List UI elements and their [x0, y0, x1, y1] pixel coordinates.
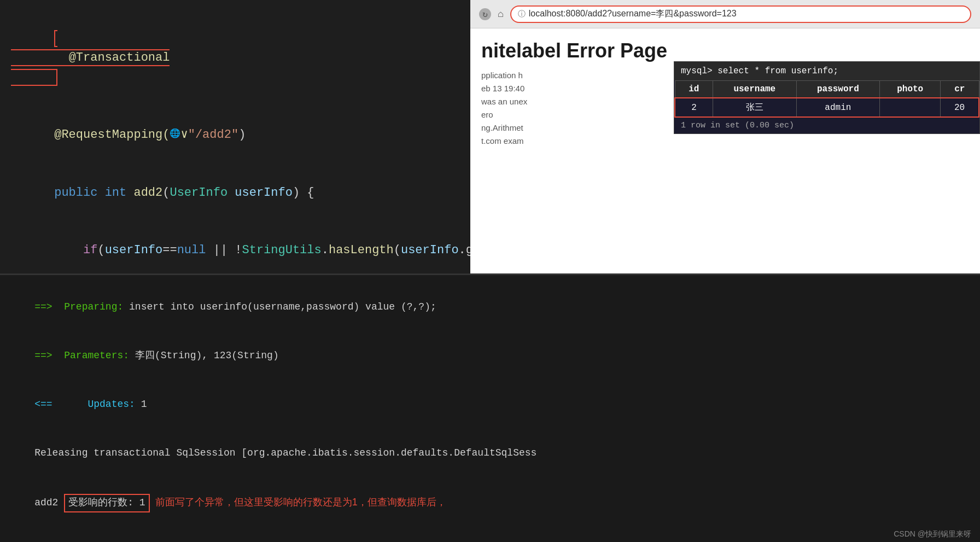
mysql-row-count: 1 row in set (0.00 sec)	[674, 118, 979, 133]
log-line-3: <== Updates: 1	[11, 380, 969, 429]
log-panel: ==> Preparing: insert into userinfo(user…	[0, 275, 980, 542]
watermark: CSDN @快到锅里来呀	[894, 529, 971, 539]
code-line-4: if(userInfo==null || !StringUtils.hasLen…	[11, 222, 459, 273]
top-section: @Transactional @RequestMapping(🌐∨"/add2"…	[0, 0, 980, 273]
col-photo: photo	[880, 81, 941, 98]
col-id: id	[675, 81, 713, 98]
col-password: password	[796, 81, 880, 98]
browser-panel: ↻ ⌂ ⓘ localhost:8080/add2?username=李四&pa…	[470, 0, 980, 273]
mysql-terminal: mysql> select * from userinfo; id userna…	[674, 61, 980, 134]
reload-button[interactable]: ↻	[479, 8, 491, 20]
url-bar[interactable]: ⓘ localhost:8080/add2?username=李四&passwo…	[510, 5, 971, 23]
cell-password: admin	[796, 98, 880, 117]
browser-bar: ↻ ⌂ ⓘ localhost:8080/add2?username=李四&pa…	[470, 0, 980, 28]
transactional-annotation: @Transactional	[11, 30, 170, 85]
mysql-table-header-row: id username password photo cr	[675, 81, 979, 98]
log-line-5: add2 受影响的行数: 1 前面写了个异常，但这里受影响的行数还是为1，但查询…	[11, 477, 969, 528]
log-line-6: 发现事务没提交成功，说明发生异常后，事务进行回滚了	[11, 528, 969, 542]
log-line-1: ==> Preparing: insert into userinfo(user…	[11, 283, 969, 331]
mysql-query-header: mysql> select * from userinfo;	[674, 62, 979, 80]
mysql-result-table: id username password photo cr 2 张三 admin	[674, 80, 979, 118]
cell-username: 张三	[713, 98, 797, 117]
log-line-2: ==> Parameters: 李四(String), 123(String)	[11, 331, 969, 380]
affected-rows-box: 受影响的行数: 1	[64, 494, 149, 512]
url-text: localhost:8080/add2?username=李四&password…	[529, 8, 737, 20]
col-username: username	[713, 81, 797, 98]
mysql-data-row: 2 张三 admin 20	[675, 98, 979, 117]
browser-content: nitelabel Error Page pplication h eb 13 …	[470, 28, 980, 273]
code-line-1: @Transactional	[11, 10, 459, 106]
home-button[interactable]: ⌂	[498, 9, 504, 20]
cell-id: 2	[675, 98, 713, 117]
col-cr: cr	[941, 81, 979, 98]
cell-cr: 20	[941, 98, 979, 117]
log-line-4: Releasing transactional SqlSession [org.…	[11, 429, 969, 477]
code-line-2: @RequestMapping(🌐∨"/add2")	[11, 106, 459, 164]
error-page-title: nitelabel Error Page	[481, 39, 969, 62]
code-editor-panel: @Transactional @RequestMapping(🌐∨"/add2"…	[0, 0, 470, 273]
code-line-3: public int add2(UserInfo userInfo) {	[11, 164, 459, 222]
cell-photo	[880, 98, 941, 117]
